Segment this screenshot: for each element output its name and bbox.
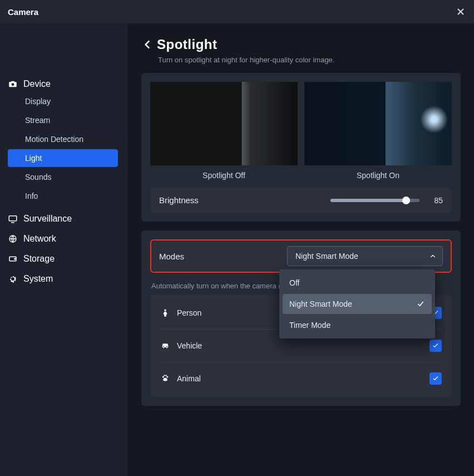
preview-off-label: Spotlight Off [203,171,245,180]
modes-card: Modes Night Smart Mode Off [141,230,461,406]
content-shell: Device Display Stream Motion Detection L… [0,23,474,476]
sidebar-item-motion-detection[interactable]: Motion Detection [8,130,120,148]
preview-on: Spotlight On [304,82,452,180]
check-icon [432,342,440,350]
sidebar-group-device[interactable]: Device [8,71,120,91]
modes-option-night-smart[interactable]: Night Smart Mode [283,294,432,314]
option-label: Night Smart Mode [289,300,352,308]
modes-label: Modes [159,252,184,261]
svg-point-6 [163,346,164,347]
detection-animal-checkbox[interactable] [429,372,442,385]
detection-vehicle-checkbox[interactable] [429,340,442,352]
modes-option-timer[interactable]: Timer Mode [283,315,432,335]
sidebar-group-system[interactable]: System [8,266,120,286]
detection-row-animal: Animal [160,362,442,395]
sidebar: Device Display Stream Motion Detection L… [0,23,128,476]
svg-rect-1 [9,216,17,221]
slider-knob[interactable] [402,197,410,204]
sidebar-item-info[interactable]: Info [8,187,120,205]
option-label: Timer Mode [289,321,330,330]
sidebar-group-label: Network [23,234,56,244]
slider-fill [330,199,406,202]
globe-icon [8,234,18,244]
page-title: Spotlight [157,37,217,52]
detection-label: Vehicle [177,341,202,350]
detection-label: Animal [177,374,201,383]
sidebar-item-sounds[interactable]: Sounds [8,168,120,186]
detection-label: Person [177,308,201,317]
check-icon [416,300,425,308]
modes-selected-value: Night Smart Mode [295,252,358,261]
preview-on-image [304,82,452,165]
monitor-icon [8,214,18,224]
sidebar-group-surveillance[interactable]: Surveillance [8,206,120,226]
check-icon [432,375,440,382]
close-button[interactable] [455,6,466,17]
page-header: Spotlight [141,37,461,52]
main-panel: Spotlight Turn on spotlight at night for… [128,23,474,476]
svg-point-10 [164,375,165,376]
page-subtitle: Turn on spotlight at night for higher-qu… [158,56,461,64]
spotlight-preview-card: Spotlight Off Spotlight On Brightness 85 [141,73,461,222]
chevron-up-icon [429,252,437,260]
sidebar-item-light[interactable]: Light [8,149,118,167]
person-icon [160,308,170,318]
brightness-value: 85 [429,196,443,205]
gear-icon [8,274,18,284]
preview-off-image [150,82,298,165]
window-title: Camera [8,7,38,17]
title-bar: Camera [0,0,474,23]
svg-point-11 [165,375,166,376]
sidebar-item-stream[interactable]: Stream [8,111,120,129]
svg-point-5 [164,309,166,311]
brightness-label: Brightness [159,195,199,205]
sidebar-group-network[interactable]: Network [8,226,120,246]
animal-icon [160,374,170,384]
modes-select[interactable]: Night Smart Mode [287,246,443,266]
brightness-slider[interactable] [330,199,419,202]
svg-point-0 [12,83,14,86]
sidebar-group-label: Device [23,79,51,89]
option-label: Off [289,278,299,287]
sidebar-item-display[interactable]: Display [8,92,120,110]
svg-point-9 [166,376,168,378]
modes-highlight: Modes Night Smart Mode Off [150,239,452,273]
close-icon [456,7,465,16]
disk-icon [8,254,18,264]
vehicle-icon [160,341,170,351]
sidebar-group-label: System [23,274,53,284]
modes-dropdown: Off Night Smart Mode Timer Mode [279,269,435,338]
chevron-left-icon [142,39,153,50]
svg-point-7 [166,346,167,347]
preview-off: Spotlight Off [150,82,298,180]
modes-option-off[interactable]: Off [283,273,432,293]
sidebar-group-label: Surveillance [23,214,72,224]
svg-point-4 [14,258,16,259]
svg-point-8 [162,376,164,378]
sidebar-group-storage[interactable]: Storage [8,246,120,266]
camera-icon [8,79,18,89]
brightness-row: Brightness 85 [150,188,452,213]
back-button[interactable] [141,38,154,51]
preview-on-label: Spotlight On [357,171,399,180]
sidebar-group-label: Storage [23,254,55,264]
